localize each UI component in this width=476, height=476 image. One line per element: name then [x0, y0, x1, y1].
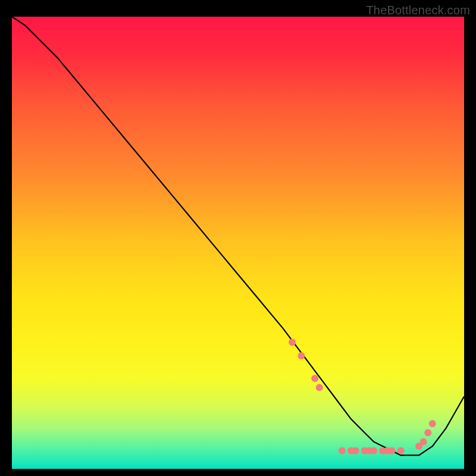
curve-marker [289, 339, 296, 346]
curve-marker [429, 420, 436, 427]
curve-marker [424, 429, 431, 436]
plot-area [12, 17, 464, 469]
curve-marker [352, 447, 359, 455]
watermark-text: TheBottleneck.com [366, 4, 470, 17]
curve-marker [370, 447, 377, 455]
curve-marker [298, 352, 305, 359]
curve-marker [420, 438, 427, 445]
curve-marker [388, 447, 395, 455]
chart-frame: TheBottleneck.com [0, 0, 476, 476]
curve-marker [311, 375, 318, 382]
curve-marker [397, 447, 405, 455]
curve-marker [316, 384, 323, 391]
plot-svg [12, 17, 464, 469]
curve-marker [339, 447, 346, 455]
